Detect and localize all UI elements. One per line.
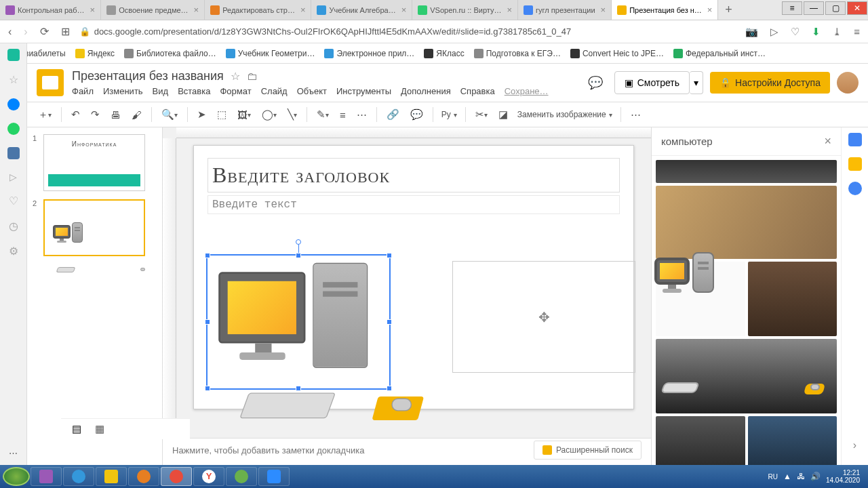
menu-view[interactable]: Вид [153,86,169,96]
advanced-search-button[interactable]: Расширенный поиск [534,441,642,460]
download-icon[interactable]: ⬇ [809,26,823,38]
messenger-icon[interactable] [7,98,20,110]
menu-edit[interactable]: Изменить [103,86,143,96]
reload-button[interactable]: ⟳ [37,25,52,38]
line-tool[interactable]: ╲ [283,106,301,123]
menu-icon[interactable]: ≡ [851,26,863,37]
settings-icon[interactable]: ⚙ [9,245,18,258]
menu-slide[interactable]: Слайд [261,86,288,96]
close-icon[interactable]: × [401,5,407,15]
taskbar-opera[interactable] [161,467,192,486]
bookmark-item[interactable]: Федеральный инст… [673,49,766,58]
history-icon[interactable]: ◷ [9,220,18,232]
close-icon[interactable]: × [507,5,512,15]
save-page-icon[interactable]: ⤓ [830,26,844,38]
bookmark-item[interactable]: Подготовка к ЕГЭ… [474,49,561,58]
close-icon[interactable]: × [601,5,606,15]
search-result-image[interactable] [748,416,837,465]
tab-5[interactable]: гугл презентации× [518,0,612,20]
maximize-button[interactable]: ▢ [825,1,846,15]
present-button[interactable]: ▣ Смотреть [614,71,690,94]
zoom-button[interactable]: 🔍 [157,106,182,123]
search-query[interactable]: компьютер [661,136,713,147]
cast-icon[interactable]: ▷ [768,26,781,38]
filmstrip-view-icon[interactable]: ▤ [72,423,81,435]
title-placeholder[interactable]: Введите заголовок [208,158,620,192]
close-icon[interactable]: × [300,5,306,15]
bookmark-item[interactable]: Учебник Геометри… [226,49,315,58]
paint-format-button[interactable]: 🖌 [127,106,146,123]
search-result-image[interactable] [656,160,837,183]
taskbar-utorrent[interactable] [226,467,257,486]
search-result-image[interactable] [656,416,745,465]
start-button[interactable] [3,467,30,486]
more-icon[interactable]: ⋯ [9,448,18,458]
border-color-button[interactable]: ✎ [313,106,333,123]
tiles-button[interactable]: ⊞ [58,25,73,38]
bookmarks-icon[interactable]: ☆ [9,73,18,86]
taskbar-yandex[interactable]: Y [193,467,224,486]
menu-format[interactable]: Формат [220,86,251,96]
tasks-icon[interactable] [848,182,862,195]
whatsapp-icon[interactable] [7,123,20,135]
taskbar-zoom[interactable] [258,467,290,486]
replace-image-button[interactable]: Заменить изображение [515,110,615,119]
tab-6[interactable]: Презентация без н…× [612,0,718,20]
share-button[interactable]: 🔒 Настройки Доступа [710,72,830,94]
url-field[interactable]: 🔒 docs.google.com/presentation/d/1z8Y3GW… [79,26,736,37]
tab-2[interactable]: Редактировать стр…× [205,0,311,20]
rotate-handle[interactable] [296,239,301,245]
textbox-tool[interactable]: ⬚ [213,106,231,123]
new-tab-button[interactable]: + [718,0,738,20]
more-tools-button[interactable]: ⋯ [627,106,645,123]
tab-1[interactable]: Освоение предме…× [101,0,205,20]
link-button[interactable]: 🔗 [382,106,403,123]
comments-icon[interactable]: 💬 [583,70,608,95]
user-avatar[interactable] [837,72,859,94]
bookmark-item[interactable]: ЯКласс [424,49,464,58]
tab-0[interactable]: Контрольная раб…× [0,0,101,20]
crop-button[interactable]: ✂ [471,106,492,123]
tab-4[interactable]: VSopen.ru :: Вирту…× [412,0,518,20]
thumbnail-1[interactable]: 1 Информатика [33,134,157,191]
mask-button[interactable]: ◪ [494,106,512,123]
taskbar-app[interactable] [128,467,159,486]
hide-panel-icon[interactable]: › [853,439,856,451]
grid-view-icon[interactable]: ▦ [95,423,104,435]
redo-button[interactable]: ↷ [87,106,104,123]
volume-icon[interactable]: 🔊 [810,472,821,481]
heart-icon[interactable]: ♡ [788,26,802,38]
forward-button[interactable]: › [21,26,30,38]
menu-tools[interactable]: Инструменты [336,86,391,96]
bookmark-item[interactable]: Яндекс [75,49,115,58]
close-icon[interactable]: × [707,5,713,15]
menu-help[interactable]: Справка [460,86,495,96]
body-placeholder[interactable]: Введите текст [208,195,620,214]
clock[interactable]: 12:21 14.04.2020 [826,469,860,484]
close-panel-button[interactable]: × [824,134,831,148]
camera-icon[interactable]: 📷 [743,26,761,38]
minimize-button[interactable]: — [804,1,824,15]
menu-insert[interactable]: Вставка [178,86,210,96]
taskbar-app[interactable] [96,467,127,486]
calendar-icon[interactable] [848,133,862,146]
tray-lang[interactable]: RU [768,473,778,481]
menu-object[interactable]: Объект [297,86,327,96]
undo-button[interactable]: ↶ [67,106,84,123]
border-weight-button[interactable]: ≡ [336,106,350,123]
keep-icon[interactable] [848,157,862,171]
image-tool[interactable]: 🖼 [233,106,255,123]
new-slide-button[interactable]: ＋ [34,106,56,124]
home-icon[interactable] [7,49,20,61]
star-icon[interactable]: ☆ [231,70,240,83]
vk-icon[interactable] [7,147,20,159]
search-result-image[interactable] [656,186,837,259]
selected-image[interactable] [206,254,391,390]
back-button[interactable]: ‹ [5,26,14,38]
select-tool[interactable]: ➤ [193,106,210,123]
shape-tool[interactable]: ◯ [258,106,281,123]
play-icon[interactable]: ▷ [9,171,17,182]
document-title[interactable]: Презентация без названия [72,69,224,83]
image-placeholder[interactable]: ✥ [452,261,635,373]
move-folder-icon[interactable]: 🗀 [247,70,258,83]
